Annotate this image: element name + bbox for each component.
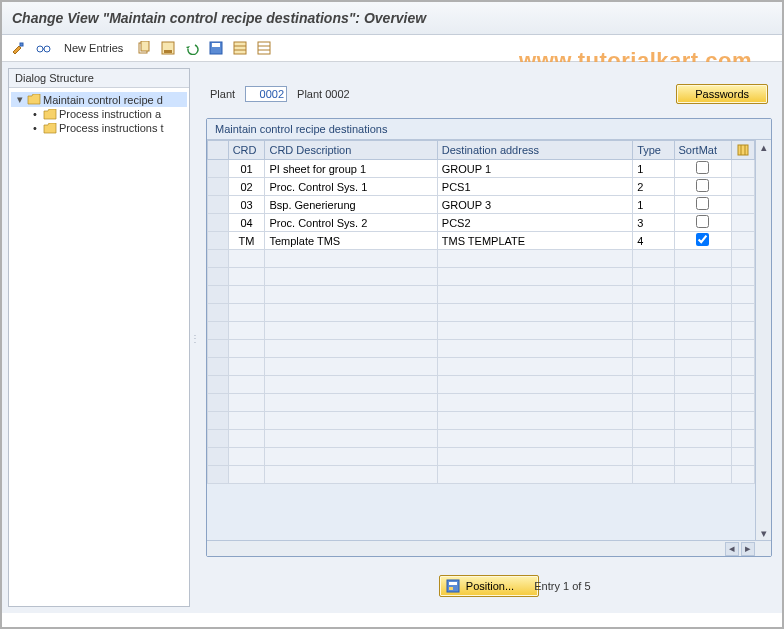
cell-dest[interactable] [438,232,632,249]
col-header-dest[interactable]: Destination address [437,141,632,160]
row-selector[interactable] [208,160,229,178]
cell-crd[interactable] [229,160,265,177]
table-row-empty [208,394,755,412]
scroll-right-icon[interactable]: ▸ [741,542,755,556]
table-row-empty [208,430,755,448]
table-row [208,160,755,178]
cell-trailing [731,196,754,214]
new-entries-button[interactable]: New Entries [58,42,129,54]
col-header-selector[interactable] [208,141,229,160]
grid-container: Maintain control recipe destinations CRD… [206,118,772,557]
cell-trailing [731,178,754,196]
tree-item-label: Process instruction a [59,108,161,120]
cell-type[interactable] [633,214,673,231]
svg-rect-20 [449,582,457,585]
cell-dest[interactable] [438,160,632,177]
grid-title: Maintain control recipe destinations [207,119,771,140]
svg-point-2 [44,46,50,52]
row-selector[interactable] [208,178,229,196]
deselect-all-icon[interactable] [255,39,273,57]
col-header-type[interactable]: Type [633,141,674,160]
cell-desc[interactable] [265,232,436,249]
cell-sortmat-checkbox[interactable] [696,215,709,228]
cell-sortmat-checkbox[interactable] [696,233,709,246]
position-button[interactable]: Position... [439,575,539,597]
dialog-structure-title: Dialog Structure [9,69,189,88]
tree-item[interactable]: •Process instruction a [11,107,187,121]
cell-sortmat-checkbox[interactable] [696,197,709,210]
cell-type[interactable] [633,178,673,195]
row-selector[interactable] [208,232,229,250]
cell-crd[interactable] [229,214,265,231]
dialog-structure-panel: Dialog Structure ▾Maintain control recip… [8,68,190,607]
svg-rect-21 [449,587,453,590]
tree-bullet-icon: • [33,108,41,120]
cell-type[interactable] [633,196,673,213]
cell-sortmat-checkbox[interactable] [696,179,709,192]
tree-item[interactable]: ▾Maintain control recipe d [11,92,187,107]
passwords-button[interactable]: Passwords [676,84,768,104]
vertical-scrollbar[interactable]: ▴ ▾ [755,140,771,540]
table-row-empty [208,268,755,286]
table-row-empty [208,250,755,268]
cell-sortmat-checkbox[interactable] [696,161,709,174]
svg-rect-19 [447,580,459,592]
table-row [208,214,755,232]
plant-label: Plant [210,88,235,100]
save-variant-icon[interactable] [159,39,177,57]
col-header-desc[interactable]: CRD Description [265,141,437,160]
table-row-empty [208,322,755,340]
save-icon[interactable] [207,39,225,57]
scroll-up-icon[interactable]: ▴ [756,140,771,154]
svg-rect-9 [212,43,220,47]
cell-crd[interactable] [229,178,265,195]
cell-type[interactable] [633,232,673,249]
cell-type[interactable] [633,160,673,177]
position-icon [446,579,460,593]
cell-dest[interactable] [438,196,632,213]
scroll-down-icon[interactable]: ▾ [756,526,771,540]
cell-trailing [731,160,754,178]
cell-desc[interactable] [265,160,436,177]
table-row-empty [208,466,755,484]
select-all-icon[interactable] [231,39,249,57]
tree-expand-icon[interactable]: ▾ [15,93,25,106]
copy-icon[interactable] [135,39,153,57]
col-header-crd[interactable]: CRD [228,141,265,160]
svg-point-1 [37,46,43,52]
folder-closed-icon [43,108,57,120]
table-row-empty [208,376,755,394]
scroll-left-icon[interactable]: ◂ [725,542,739,556]
horizontal-scrollbar[interactable]: ◂ ▸ [207,540,771,556]
table-row-empty [208,448,755,466]
toggle-icon[interactable] [10,39,28,57]
glasses-icon[interactable] [34,39,52,57]
col-header-sort[interactable]: SortMat [674,141,731,160]
cell-dest[interactable] [438,178,632,195]
svg-rect-13 [258,42,270,54]
position-button-label: Position... [466,580,514,592]
cell-desc[interactable] [265,214,436,231]
undo-icon[interactable] [183,39,201,57]
cell-crd[interactable] [229,232,265,249]
folder-open-icon [27,94,41,106]
tree-item[interactable]: •Process instructions t [11,121,187,135]
cell-desc[interactable] [265,178,436,195]
svg-rect-7 [164,50,172,53]
table-row [208,178,755,196]
tree-item-label: Process instructions t [59,122,164,134]
table-row-empty [208,340,755,358]
col-header-config[interactable] [731,141,754,160]
row-selector[interactable] [208,196,229,214]
table-settings-icon[interactable] [736,144,750,156]
row-selector[interactable] [208,214,229,232]
tree-bullet-icon: • [33,122,41,134]
cell-dest[interactable] [438,214,632,231]
table-row [208,232,755,250]
folder-closed-icon [43,122,57,134]
plant-code-input[interactable] [245,86,287,102]
cell-desc[interactable] [265,196,436,213]
svg-rect-0 [20,43,23,46]
cell-crd[interactable] [229,196,265,213]
tree-item-label: Maintain control recipe d [43,94,163,106]
